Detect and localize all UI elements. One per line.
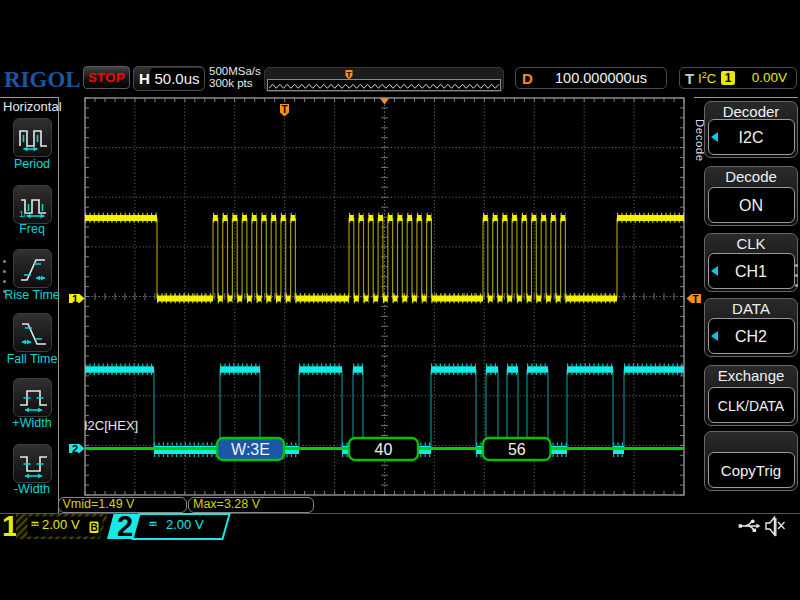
svg-text:I2C[HEX]: I2C[HEX] bbox=[84, 418, 138, 433]
svg-text:40: 40 bbox=[375, 441, 393, 458]
svg-text:2: 2 bbox=[117, 510, 133, 542]
svg-text:2: 2 bbox=[72, 443, 78, 455]
svg-text:T: T bbox=[281, 104, 287, 115]
svg-text:2.00 V: 2.00 V bbox=[42, 517, 80, 532]
svg-text:W:3E: W:3E bbox=[231, 441, 270, 458]
svg-text:T: T bbox=[692, 294, 698, 305]
svg-text:1: 1 bbox=[72, 293, 78, 305]
svg-text:1: 1 bbox=[2, 510, 18, 542]
svg-text:1/: 1/ bbox=[19, 209, 27, 219]
svg-text:56: 56 bbox=[508, 441, 526, 458]
svg-text:B: B bbox=[90, 522, 97, 533]
svg-text:2.00 V: 2.00 V bbox=[166, 517, 204, 532]
